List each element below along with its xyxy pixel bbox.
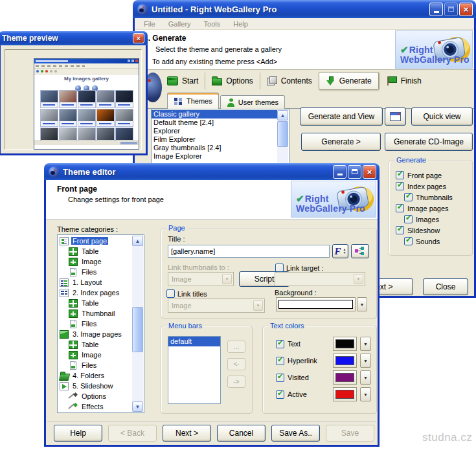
- menu-bar-action-button[interactable]: ->: [227, 376, 245, 388]
- title-input[interactable]: [168, 245, 330, 258]
- menu-item[interactable]: Help: [227, 20, 255, 28]
- checkbox[interactable]: ✔: [396, 204, 404, 212]
- tree-item[interactable]: Table: [58, 298, 132, 308]
- checkbox[interactable]: ✔: [276, 340, 284, 348]
- gallery-thumbnail[interactable]: [115, 109, 133, 127]
- chevron-down-icon[interactable]: ▼: [360, 387, 371, 401]
- subtab[interactable]: Themes: [167, 93, 219, 109]
- menu-bar-item[interactable]: default: [168, 337, 220, 346]
- menu-item[interactable]: Tools: [198, 20, 227, 28]
- gallery-thumbnail[interactable]: [96, 109, 115, 127]
- tree-item[interactable]: 5. Slideshow: [58, 381, 132, 391]
- theme-list-item[interactable]: Gray thumbnails [2.4]: [152, 144, 277, 152]
- generate-cd-image-button[interactable]: Generate CD-Image: [385, 133, 473, 151]
- gallery-thumbnail[interactable]: [40, 90, 58, 108]
- tree-item[interactable]: Files: [58, 267, 132, 277]
- gallery-thumbnail[interactable]: [96, 90, 115, 108]
- font-button[interactable]: F▲▼: [332, 244, 348, 258]
- dialog-button[interactable]: Save As..: [271, 425, 320, 442]
- checkbox[interactable]: ✔: [276, 390, 284, 399]
- background-color-well[interactable]: [276, 297, 356, 311]
- dialog-button[interactable]: Save: [326, 425, 374, 442]
- scroll-thumb[interactable]: [132, 307, 143, 352]
- tree-item[interactable]: Front page: [58, 236, 132, 246]
- generate-and-view-button[interactable]: Generate and View: [300, 107, 383, 126]
- checkbox[interactable]: ✔: [404, 193, 413, 201]
- tree-item[interactable]: Image: [58, 256, 132, 267]
- chevron-down-icon[interactable]: ▼: [360, 370, 371, 385]
- minimize-button[interactable]: [333, 165, 346, 179]
- checkbox[interactable]: ✔: [396, 182, 404, 190]
- checkbox[interactable]: ✔: [396, 171, 404, 179]
- gallery-thumbnail[interactable]: [59, 90, 77, 108]
- gallery-thumbnail[interactable]: [40, 128, 58, 141]
- wizard-tab[interactable]: Contents: [260, 73, 319, 89]
- tree-item[interactable]: Thumbnail: [58, 308, 132, 319]
- checkbox[interactable]: ✔: [276, 374, 284, 382]
- theme-list-item[interactable]: Film Explorer: [152, 135, 277, 144]
- color-swatch[interactable]: [333, 387, 357, 401]
- wizard-tab[interactable]: Generate: [319, 72, 379, 90]
- titlebar[interactable]: Theme editor ×: [44, 163, 380, 180]
- tree-item[interactable]: 4. Folders: [58, 370, 132, 381]
- scroll-up-icon[interactable]: ▲: [277, 110, 288, 120]
- scroll-up-icon[interactable]: ▲: [132, 236, 143, 246]
- titlebar[interactable]: Theme preview ×: [0, 31, 148, 45]
- checkbox[interactable]: ✔: [404, 215, 413, 223]
- link-target-checkbox[interactable]: [275, 264, 284, 272]
- gallery-thumbnail[interactable]: [115, 90, 133, 108]
- menu-bar-action-button[interactable]: ...: [227, 341, 245, 353]
- insert-field-button[interactable]: [351, 244, 369, 258]
- wizard-tab[interactable]: Start: [161, 73, 205, 89]
- maximize-button[interactable]: [348, 165, 361, 179]
- tree-item[interactable]: Table: [58, 339, 132, 350]
- close-icon[interactable]: ×: [363, 165, 376, 179]
- checkbox[interactable]: ✔: [396, 226, 404, 234]
- link-titles-checkbox[interactable]: [166, 289, 175, 298]
- color-swatch[interactable]: [333, 337, 357, 351]
- tree-item[interactable]: Effects: [58, 401, 132, 412]
- quick-view-button[interactable]: Quick view: [411, 107, 473, 126]
- gallery-thumbnail[interactable]: [59, 109, 77, 127]
- color-swatch[interactable]: [333, 370, 357, 385]
- gallery-thumbnail[interactable]: [78, 109, 96, 127]
- close-button[interactable]: Close: [423, 278, 468, 295]
- menu-bars-list[interactable]: default: [168, 336, 221, 404]
- theme-list-item[interactable]: Classic gallery: [152, 110, 277, 118]
- checkbox[interactable]: ✔: [404, 237, 413, 245]
- view-window-toggle-button[interactable]: [385, 107, 406, 126]
- checkbox[interactable]: ✔: [276, 357, 284, 365]
- theme-list-item[interactable]: Default theme [2.4]: [152, 118, 277, 127]
- theme-categories-tree[interactable]: ▲ ▼ Front page Table Image Files: [57, 234, 144, 413]
- tree-item[interactable]: Options: [58, 391, 132, 401]
- tree-item[interactable]: Files: [58, 319, 132, 329]
- background-dropdown-button[interactable]: ▼: [357, 297, 367, 311]
- color-swatch[interactable]: [333, 354, 357, 368]
- tree-item[interactable]: 3. Image pages: [58, 329, 132, 339]
- tree-scrollbar[interactable]: ▲ ▼: [132, 236, 143, 412]
- gallery-thumbnail[interactable]: [78, 90, 96, 108]
- generate-button[interactable]: Generate >: [301, 133, 381, 151]
- menu-bar-action-button[interactable]: <-: [227, 358, 245, 370]
- wizard-tab[interactable]: Finish: [379, 73, 428, 89]
- scroll-down-icon[interactable]: ▼: [132, 401, 143, 412]
- gallery-thumbnail[interactable]: [78, 128, 96, 141]
- menu-item[interactable]: File: [137, 20, 162, 28]
- close-icon[interactable]: ×: [459, 3, 473, 16]
- subtab[interactable]: User themes: [220, 95, 285, 109]
- gallery-thumbnail[interactable]: [96, 128, 115, 141]
- tree-item[interactable]: Files: [58, 360, 132, 370]
- gallery-thumbnail[interactable]: [59, 128, 77, 141]
- chevron-down-icon[interactable]: ▼: [360, 354, 371, 368]
- chevron-down-icon[interactable]: ▼: [360, 337, 371, 351]
- tree-item[interactable]: Table: [58, 246, 132, 256]
- tree-item[interactable]: 1. Layout: [58, 277, 132, 287]
- close-icon[interactable]: ×: [133, 33, 144, 43]
- dialog-button[interactable]: < Back: [108, 425, 157, 442]
- theme-list-item[interactable]: Image Explorer: [152, 152, 277, 161]
- scroll-thumb[interactable]: [277, 121, 288, 147]
- dialog-button[interactable]: Cancel: [217, 425, 266, 442]
- dialog-button[interactable]: Next >: [163, 425, 211, 442]
- theme-list-item[interactable]: Explorer: [152, 127, 277, 135]
- tree-item[interactable]: Image: [58, 350, 132, 360]
